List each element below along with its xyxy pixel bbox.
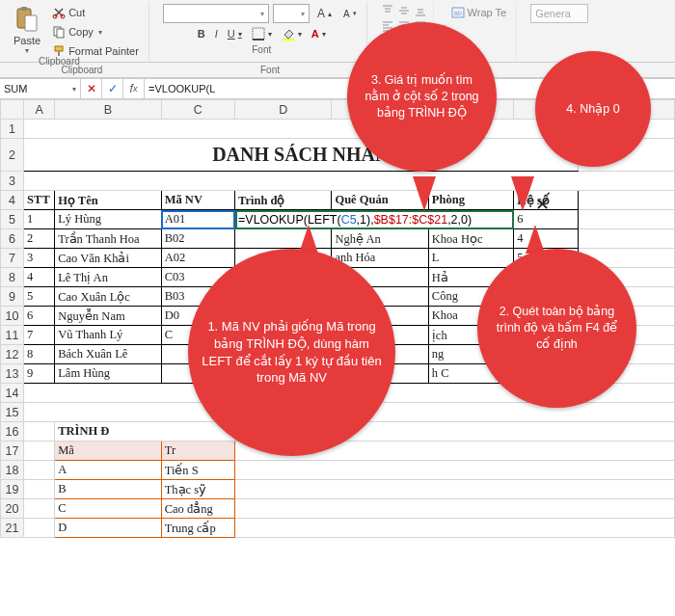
table-row: 73Cao Văn KhảiA02anh HóaL5 xyxy=(1,249,675,268)
trinhdo-head-tr: Tr xyxy=(161,442,234,461)
row-1[interactable]: 1 xyxy=(1,120,24,139)
svg-rect-7 xyxy=(55,46,63,51)
paste-icon xyxy=(14,6,40,35)
hdr-heso: Hệ số xyxy=(514,191,578,210)
align-middle-icon[interactable] xyxy=(397,4,411,17)
row-2[interactable]: 2 xyxy=(1,139,24,172)
fill-icon xyxy=(282,27,295,40)
decrease-font-button[interactable]: A▾ xyxy=(339,7,361,21)
select-all[interactable] xyxy=(1,100,24,120)
confirm-edit-button[interactable]: ✓ xyxy=(102,79,123,98)
svg-rect-6 xyxy=(57,29,64,38)
hdr-trinhdo: Trình độ xyxy=(235,191,332,210)
col-F[interactable]: F xyxy=(428,100,513,120)
paste-label: Paste xyxy=(14,35,40,46)
worksheet[interactable]: A B C D E F G H 1 2DANH SÁCH NHÂN 3 4 ST… xyxy=(0,99,675,538)
hdr-phong: Phòng xyxy=(428,191,513,210)
alignment-group xyxy=(375,2,434,62)
row-4[interactable]: 4 xyxy=(1,191,24,210)
col-A[interactable]: A xyxy=(24,100,55,120)
wrap-text-button[interactable]: abWrap Te xyxy=(447,4,511,21)
table-row: 62Trần Thanh HoaB02Nghệ AnKhoa Học4 xyxy=(1,229,675,249)
fill-color-button[interactable]: ▾ xyxy=(278,25,306,42)
clipboard-group-label: Clipboard xyxy=(39,54,80,68)
col-B[interactable]: B xyxy=(55,100,161,120)
col-C[interactable]: C xyxy=(161,100,234,120)
active-cell[interactable]: =VLOOKUP(LEFT(C5,1),$B$17:$C$21,2,0) xyxy=(235,210,514,229)
table-header-row: 4 STT Họ Tên Mã NV Trình độ Quê Quán Phò… xyxy=(1,191,675,210)
hdr-quequan: Quê Quán xyxy=(332,191,428,210)
hdr-manv: Mã NV xyxy=(161,191,234,210)
border-button[interactable]: ▾ xyxy=(248,25,276,42)
table-row: 106Nguyễn NamD0Khoa xyxy=(1,307,675,326)
formula-bar: SUM▾ ✕ ✓ fx =VLOOKUP(L xyxy=(0,78,675,99)
border-icon xyxy=(252,27,265,40)
table-row: 139Lâm Hùngh C xyxy=(1,364,675,384)
copy-icon xyxy=(52,25,66,39)
col-G[interactable]: G xyxy=(514,100,578,120)
font-color-button[interactable]: A▾ xyxy=(308,26,330,41)
svg-rect-11 xyxy=(283,39,294,40)
table-row: 128Bách Xuân Lêng xyxy=(1,345,675,364)
hdr-stt: STT xyxy=(24,191,55,210)
cancel-edit-button[interactable]: ✕ xyxy=(81,79,102,98)
svg-rect-9 xyxy=(253,28,264,40)
name-box[interactable]: SUM▾ xyxy=(0,79,81,98)
number-group: Genera xyxy=(525,2,594,62)
svg-rect-1 xyxy=(21,7,27,11)
cut-button[interactable]: Cut xyxy=(48,4,143,21)
page-title: DANH SÁCH NHÂN xyxy=(24,139,578,172)
cut-icon xyxy=(52,6,66,19)
align-right-icon[interactable] xyxy=(414,19,427,33)
wrap-icon: ab xyxy=(451,6,465,19)
hdr-hoten: Họ Tên xyxy=(55,191,161,210)
number-format-dropdown[interactable]: Genera xyxy=(530,4,588,23)
align-center-icon[interactable] xyxy=(397,19,411,33)
fx-button[interactable]: fx xyxy=(123,79,145,98)
trinhdo-title: TRÌNH Đ xyxy=(55,422,235,442)
wrap-group: abWrap Te xyxy=(442,2,518,62)
table-row: 95Cao Xuân LộcB03Công xyxy=(1,287,675,307)
svg-text:ab: ab xyxy=(454,10,462,16)
font-size-dropdown[interactable]: ▾ xyxy=(273,4,310,23)
table-row: 5 1 Lý Hùng A01 =VLOOKUP(LEFT(C5,1),$B$1… xyxy=(1,210,675,229)
align-top-icon[interactable] xyxy=(381,4,394,17)
italic-button[interactable]: I xyxy=(211,26,222,41)
clipboard-label-row: Clipboard xyxy=(0,63,164,77)
ribbon: Paste ▾ Cut Copy▾ Format Painter Clipboa… xyxy=(0,0,675,63)
table-row: 117Vũ Thanh LýCịch xyxy=(1,326,675,345)
font-group: ▾ ▾ A▴ A▾ B I U▾ ▾ ▾ A▾ Font xyxy=(157,2,367,62)
table-row: 84Lê Thị AnC03Hả xyxy=(1,268,675,287)
copy-button[interactable]: Copy▾ xyxy=(48,23,143,40)
column-headers[interactable]: A B C D E F G H xyxy=(1,100,675,120)
clipboard-group: Paste ▾ Cut Copy▾ Format Painter xyxy=(4,2,149,62)
bold-button[interactable]: B xyxy=(194,26,209,41)
underline-button[interactable]: U▾ xyxy=(224,26,246,41)
svg-rect-2 xyxy=(25,15,37,31)
paste-button[interactable]: Paste ▾ xyxy=(10,4,44,57)
col-E[interactable]: E xyxy=(332,100,428,120)
align-bottom-icon[interactable] xyxy=(414,4,427,17)
font-group-label: Font xyxy=(252,42,271,57)
col-H[interactable]: H xyxy=(578,100,675,120)
font-face-dropdown[interactable]: ▾ xyxy=(163,4,269,23)
increase-font-button[interactable]: A▴ xyxy=(313,5,336,22)
col-D[interactable]: D xyxy=(235,100,332,120)
row-3[interactable]: 3 xyxy=(1,172,24,191)
align-left-icon[interactable] xyxy=(381,19,394,33)
font-label-row: Font xyxy=(164,63,376,77)
formula-input[interactable]: =VLOOKUP(L xyxy=(145,79,675,98)
trinhdo-head-ma: Mã xyxy=(55,442,161,461)
